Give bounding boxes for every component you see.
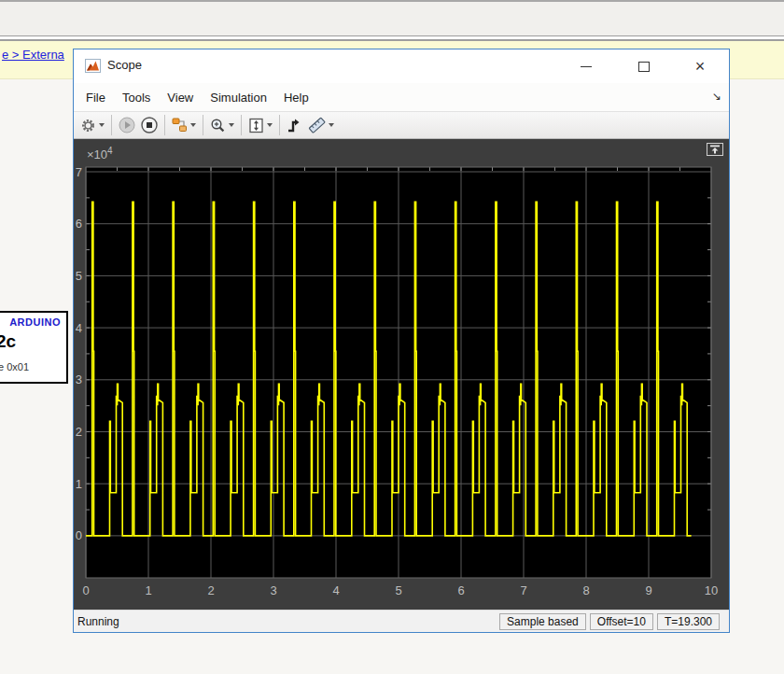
window-title: Scope bbox=[107, 58, 142, 72]
arduino-i2c-block[interactable]: ARDUINO 2c e 0x01 bbox=[0, 311, 68, 384]
toolbar bbox=[74, 111, 729, 139]
x-tick-label: 4 bbox=[332, 583, 339, 597]
simulink-blocks-icon bbox=[172, 118, 188, 133]
toolbar-separator bbox=[241, 115, 242, 135]
dropdown-arrow-icon bbox=[99, 123, 105, 127]
close-icon: × bbox=[695, 58, 706, 75]
x-tick-label: 3 bbox=[270, 583, 276, 597]
x-tick-label: 6 bbox=[457, 583, 464, 597]
toolbar-separator bbox=[203, 115, 203, 135]
dropdown-arrow-icon bbox=[267, 123, 273, 127]
external-mode-link[interactable]: e > Externa bbox=[2, 48, 64, 62]
menu-file[interactable]: File bbox=[77, 87, 114, 108]
play-icon bbox=[119, 117, 135, 133]
minimize-icon bbox=[581, 66, 592, 67]
x-tick-label: 0 bbox=[82, 583, 89, 597]
measurements-button[interactable] bbox=[305, 114, 337, 136]
scale-axes-button[interactable] bbox=[245, 114, 275, 136]
x-tick-label: 7 bbox=[520, 583, 526, 597]
scope-plot[interactable]: 01234567891001234567×104 bbox=[74, 139, 729, 610]
stop-icon bbox=[141, 117, 158, 133]
status-cells: Sample based Offset=10 T=19.300 bbox=[499, 613, 720, 630]
y-axis-units-label: ×104 bbox=[87, 146, 113, 161]
status-text: Running bbox=[74, 615, 499, 628]
screen: e > Externa ARDUINO 2c e 0x01 Scope × Fi… bbox=[0, 0, 784, 674]
plot-viewport: 01234567891001234567×104 bbox=[74, 139, 729, 610]
dropdown-arrow-icon bbox=[229, 123, 234, 127]
maximize-button[interactable] bbox=[634, 49, 654, 83]
expand-panel-button[interactable] bbox=[707, 143, 723, 156]
stop-button[interactable] bbox=[138, 114, 161, 136]
y-tick-label: 1 bbox=[76, 477, 82, 491]
block-param-label: e 0x01 bbox=[0, 361, 29, 372]
menu-view[interactable]: View bbox=[159, 87, 202, 108]
close-button[interactable]: × bbox=[690, 49, 710, 83]
status-offset: Offset=10 bbox=[590, 613, 653, 630]
arrow-up-panel-icon bbox=[708, 145, 721, 154]
dock-arrow-icon[interactable]: ↘ bbox=[712, 90, 721, 103]
autoscale-icon bbox=[248, 118, 264, 133]
menu-tools[interactable]: Tools bbox=[114, 87, 159, 108]
x-tick-label: 9 bbox=[645, 583, 651, 597]
run-button[interactable] bbox=[116, 114, 138, 136]
y-tick-label: 4 bbox=[76, 321, 82, 335]
block-name-label: 2c bbox=[0, 331, 16, 352]
y-tick-label: 2 bbox=[76, 425, 82, 439]
x-tick-label: 5 bbox=[395, 583, 401, 597]
dropdown-arrow-icon bbox=[190, 123, 196, 127]
minimize-button[interactable] bbox=[576, 49, 596, 83]
settings-button[interactable] bbox=[77, 114, 107, 136]
x-tick-label: 2 bbox=[207, 583, 214, 597]
block-brand-label: ARDUINO bbox=[9, 316, 61, 328]
scope-window: Scope × File Tools View Simulation Help … bbox=[73, 49, 730, 633]
toolbar-separator bbox=[111, 115, 112, 135]
ruler-icon bbox=[308, 117, 326, 133]
signal-selector-button[interactable] bbox=[169, 114, 199, 136]
zoom-button[interactable] bbox=[207, 114, 237, 136]
y-tick-label: 6 bbox=[76, 217, 82, 231]
maximize-icon bbox=[638, 62, 650, 72]
menu-bar: File Tools View Simulation Help ↘ bbox=[74, 83, 729, 111]
x-tick-label: 10 bbox=[705, 583, 718, 597]
toolbar-separator bbox=[164, 115, 165, 135]
y-tick-label: 0 bbox=[76, 528, 82, 542]
matlab-icon bbox=[85, 59, 101, 73]
zoom-in-icon bbox=[210, 118, 226, 133]
y-tick-label: 3 bbox=[76, 372, 82, 386]
status-bar: Running Sample based Offset=10 T=19.300 bbox=[74, 610, 729, 632]
menu-simulation[interactable]: Simulation bbox=[202, 87, 275, 108]
title-bar[interactable]: Scope × bbox=[74, 49, 729, 83]
dropdown-arrow-icon bbox=[329, 123, 334, 127]
trigger-button[interactable] bbox=[284, 114, 305, 136]
status-time: T=19.300 bbox=[657, 613, 720, 630]
x-tick-label: 1 bbox=[145, 583, 151, 597]
y-tick-label: 5 bbox=[76, 269, 82, 283]
menu-help[interactable]: Help bbox=[275, 87, 317, 108]
x-tick-label: 8 bbox=[582, 583, 589, 597]
status-sample-mode: Sample based bbox=[499, 613, 586, 630]
gear-icon bbox=[80, 118, 96, 133]
y-tick-label: 7 bbox=[76, 165, 82, 179]
toolbar-separator bbox=[279, 115, 280, 135]
desktop-top-strip bbox=[0, 0, 784, 35]
trigger-icon bbox=[287, 118, 302, 133]
